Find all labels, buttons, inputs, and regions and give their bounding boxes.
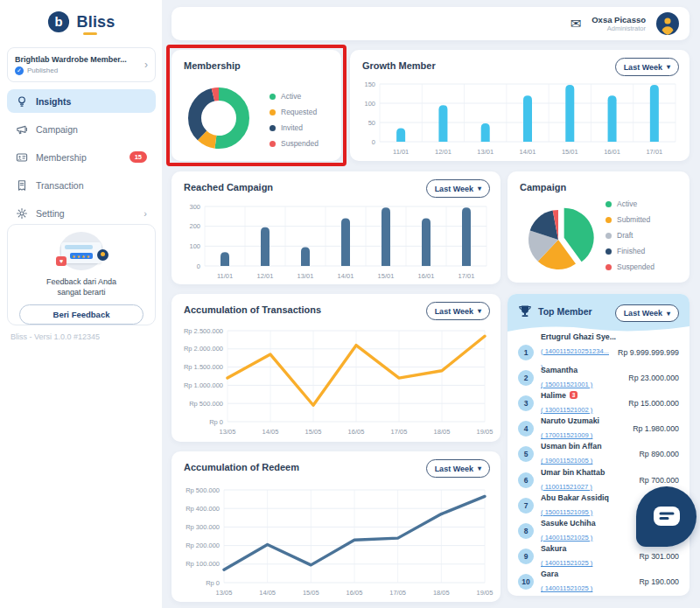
top-bar: ✉ Oxsa Picasso Administrator (172, 7, 690, 40)
membership-card-icon (16, 151, 28, 164)
sidebar-item-label: Membership (36, 152, 122, 163)
sidebar-item-insights[interactable]: Insights (7, 89, 156, 113)
member-name: Halime 3 (541, 391, 621, 400)
top-member-row: 3Halime 3( 130011521002 )Rp 15.000.000 (508, 390, 690, 416)
svg-text:12/01: 12/01 (257, 272, 274, 280)
megaphone-icon (16, 123, 28, 136)
legend-dot-icon (270, 94, 276, 100)
redeem-filter-button[interactable]: Last Week▾ (426, 459, 490, 478)
member-id-link[interactable]: ( 140011521025 ) (541, 559, 592, 567)
membership-count-badge: 15 (130, 151, 147, 163)
member-name: Usman bin Affan (541, 442, 633, 451)
member-id-link[interactable]: ( 140011521025 ) (541, 534, 592, 542)
member-id-link[interactable]: ( 130011521002 ) (541, 406, 592, 414)
thumbs-up-icon: ♥ (56, 256, 66, 266)
member-name: Umar bin Khattab (541, 468, 633, 477)
bliss-logo-icon: b (47, 10, 70, 33)
svg-text:11/01: 11/01 (217, 272, 233, 280)
top-member-filter-button[interactable]: Last Week▾ (615, 304, 679, 322)
workspace-name: Brightlab Wardrobe Member... (15, 55, 144, 64)
svg-text:Rp 0: Rp 0 (206, 579, 220, 587)
rank-badge: 3 (518, 395, 534, 411)
svg-text:Rp 300.000: Rp 300.000 (186, 523, 220, 531)
member-id-link[interactable]: ( 140011521025 ) (541, 584, 592, 592)
chat-icon (653, 506, 681, 528)
member-name: Samantha (541, 366, 621, 374)
svg-text:50: 50 (368, 119, 375, 127)
svg-text:13/05: 13/05 (220, 428, 236, 436)
sidebar-item-label: Insights (36, 96, 147, 107)
svg-text:15/01: 15/01 (378, 272, 395, 280)
top-member-row: 2Samantha( 150011521001 )Rp 23.000.000 (508, 365, 690, 390)
member-amount: Rp 15.000.000 (628, 399, 679, 408)
chevron-down-icon: ▾ (478, 185, 481, 192)
growth-member-card: Growth Member Last Week▾ 05010015011/011… (350, 50, 690, 161)
reached-campaign-card: Reached Campaign Last Week▾ 010020030011… (172, 171, 500, 284)
member-name: Naruto Uzumaki (541, 416, 626, 425)
sidebar: b Bliss Brightlab Wardrobe Member... ✓ P… (0, 0, 163, 608)
workspace-status: Published (27, 66, 58, 74)
member-amount: Rp 23.000.000 (628, 374, 679, 382)
transactions-title: Accumulation of Transactions (184, 304, 321, 315)
chat-fab-button[interactable] (636, 486, 696, 547)
svg-text:Rp 0: Rp 0 (209, 418, 223, 426)
svg-text:15/01: 15/01 (562, 148, 578, 156)
legend-dot-icon (606, 201, 612, 207)
growth-filter-button[interactable]: Last Week▾ (615, 58, 679, 76)
receipt-icon (16, 179, 28, 192)
rank-badge: 8 (518, 523, 534, 539)
top-member-row: 10Gara( 140011521025 )Rp 190.000 (508, 570, 690, 595)
rank-badge: 2 (518, 370, 534, 386)
feedback-text-line2: sangat berarti (8, 287, 155, 297)
member-id-link[interactable]: ( 170011521009 ) (541, 431, 592, 439)
transactions-filter-button[interactable]: Last Week▾ (426, 302, 490, 320)
rank-badge: 6 (518, 472, 534, 488)
member-id-link[interactable]: ( 150011521001 ) (541, 381, 592, 388)
feedback-text-line1: Feedback dari Anda (8, 276, 155, 287)
member-id-link[interactable]: ( 150011521095 ) (541, 508, 592, 516)
svg-text:13/01: 13/01 (298, 272, 314, 280)
campaign-legend-finished: Finished (606, 247, 654, 255)
app-name: Bliss (76, 13, 115, 31)
published-check-icon: ✓ (15, 66, 24, 75)
app-version: Bliss - Versi 1.0.0 #12345 (10, 332, 100, 341)
redeem-line-chart: 13/0514/0515/0516/0517/0518/0519/05Rp 0R… (177, 483, 495, 598)
svg-text:Rp 500.000: Rp 500.000 (189, 400, 223, 408)
user-name: Oxsa Picasso (592, 15, 646, 24)
workspace-selector[interactable]: Brightlab Wardrobe Member... ✓ Published… (7, 47, 156, 82)
app-logo: b Bliss (0, 10, 163, 33)
membership-legend-suspended: Suspended (270, 139, 318, 148)
sidebar-item-campaign[interactable]: Campaign (7, 117, 156, 141)
top-member-list: 1Ertugrul Ghazi Sye...( 1400115210251234… (508, 339, 690, 595)
membership-legend-requested: Requested (270, 108, 318, 116)
member-notification-badge: 3 (570, 391, 578, 399)
membership-card: Membership ActiveRequestedInvitedSuspend… (172, 50, 341, 161)
member-id-link[interactable]: ( 190011521005 ) (541, 457, 592, 465)
reached-filter-button[interactable]: Last Week▾ (426, 179, 490, 198)
campaign-legend-suspended: Suspended (606, 262, 654, 271)
top-member-row: 5Usman bin Affan( 190011521005 )Rp 890.0… (508, 442, 690, 467)
campaign-legend-draft: Draft (606, 231, 654, 240)
growth-member-title: Growth Member (362, 60, 436, 71)
sidebar-item-membership[interactable]: Membership15 (7, 145, 156, 169)
svg-text:16/05: 16/05 (348, 428, 365, 436)
sidebar-item-transaction[interactable]: Transaction (7, 173, 156, 197)
envelope-icon[interactable]: ✉ (570, 16, 582, 31)
member-amount: Rp 890.000 (640, 450, 680, 458)
legend-dot-icon (606, 248, 612, 255)
chevron-down-icon: ▾ (667, 63, 670, 71)
member-amount: Rp 301.000 (640, 552, 680, 561)
svg-text:13/05: 13/05 (216, 589, 233, 597)
give-feedback-button[interactable]: Beri Feedback (19, 304, 144, 325)
user-avatar[interactable] (656, 12, 679, 35)
reached-campaign-title: Reached Campaign (184, 182, 273, 192)
sidebar-item-setting[interactable]: Setting› (7, 201, 156, 225)
svg-text:15/05: 15/05 (305, 428, 322, 436)
svg-text:0: 0 (197, 262, 200, 270)
top-member-title: Top Member (538, 306, 592, 317)
rank-badge: 7 (518, 498, 534, 514)
rank-badge: 9 (518, 549, 534, 564)
svg-text:Rp 1.500.000: Rp 1.500.000 (184, 363, 223, 371)
user-menu[interactable]: Oxsa Picasso Administrator (592, 15, 646, 32)
member-id-link[interactable]: ( 110011521027 ) (541, 483, 592, 491)
